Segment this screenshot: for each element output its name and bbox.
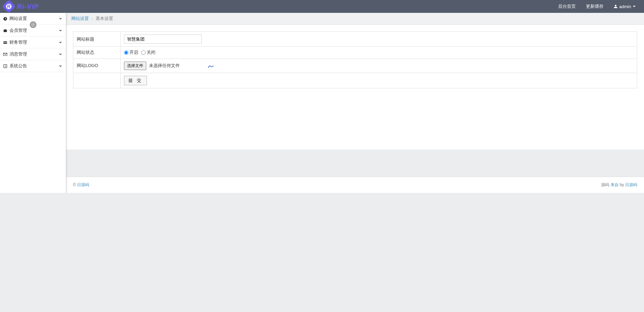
form-label-site-status: 网站状态	[73, 47, 121, 59]
breadcrumb: 网站设置 / 基本设置	[66, 13, 644, 25]
form-label-empty	[73, 73, 121, 88]
form-row-title: 网站标题	[73, 32, 637, 47]
nav-home-link[interactable]: 后台首页	[553, 0, 581, 13]
submit-button[interactable]: 提 交	[124, 76, 147, 85]
user-icon	[614, 4, 618, 8]
sidebar-item-message-mgmt[interactable]: 消息管理 ⌄	[0, 48, 66, 60]
dashboard-icon	[3, 16, 7, 21]
svg-rect-2	[3, 42, 7, 42]
sidebar-item-label: 网站设置	[9, 16, 27, 22]
envelope-icon	[3, 52, 7, 57]
settings-form-table: 网站标题 网站状态 开启 关闭	[73, 31, 637, 88]
logo[interactable]: R Ri-VIP	[3, 2, 39, 11]
form-label-site-title: 网站标题	[73, 32, 121, 47]
status-open-radio[interactable]	[124, 50, 128, 55]
main: 网站设置 / 基本设置 网站标题 网站状态 开启	[66, 13, 644, 193]
logo-text: Ri-VIP	[17, 3, 39, 10]
footer-text-source: 源码	[601, 182, 609, 187]
footer: © 日源码 源码 来自 by 日源码	[66, 177, 644, 193]
content: 网站标题 网站状态 开启 关闭	[66, 25, 644, 150]
breadcrumb-current: 基本设置	[96, 16, 113, 22]
chevron-down-icon: ⌄	[58, 62, 63, 68]
footer-text-by: by	[620, 182, 624, 187]
nav-user-label: admin	[619, 4, 631, 9]
sidebar-item-label: 财务管理	[9, 39, 27, 45]
form-row-submit: 提 交	[73, 73, 637, 88]
status-close-label: 关闭	[147, 49, 155, 55]
sidebar-item-label: 会员管理	[9, 27, 27, 34]
form-row-status: 网站状态 开启 关闭	[73, 47, 637, 59]
footer-right: 源码 来自 by 日源码	[601, 182, 637, 188]
card-icon	[3, 40, 7, 45]
sidebar: 网站设置 ⌄ 会员管理 ⌄ 财务管理 ⌄ 消息管理 ⌄	[0, 13, 66, 193]
top-nav: R Ri-VIP 后台首页 更新缓存 admin	[0, 0, 644, 13]
caret-down-icon	[633, 6, 636, 7]
copyright-symbol: ©	[73, 182, 76, 187]
chevron-down-icon: ⌄	[58, 15, 63, 20]
nav-refresh-cache-link[interactable]: 更新缓存	[581, 0, 609, 13]
form-row-logo: 网站LOGO 选择文件 未选择任何文件	[73, 59, 637, 73]
sidebar-item-label: 消息管理	[9, 51, 27, 57]
logo-preview-icon	[208, 64, 214, 67]
status-open-label: 开启	[129, 49, 138, 55]
nav-home-label: 后台首页	[558, 3, 576, 9]
sidebar-item-member-mgmt[interactable]: 会员管理 ⌄	[0, 25, 66, 37]
footer-link-from[interactable]: 来自	[611, 182, 619, 187]
briefcase-icon	[3, 28, 7, 33]
edit-icon	[3, 64, 7, 68]
chevron-down-icon: ⌄	[58, 50, 63, 56]
footer-copyright-link[interactable]: 日源码	[77, 182, 89, 187]
chevron-down-icon: ⌄	[58, 39, 63, 44]
site-title-input[interactable]	[124, 35, 202, 44]
sidebar-item-label: 系统公告	[9, 63, 27, 69]
sidebar-item-finance-mgmt[interactable]: 财务管理 ⌄	[0, 37, 66, 48]
status-close-radio[interactable]	[141, 50, 146, 55]
form-label-site-logo: 网站LOGO	[73, 59, 121, 73]
status-open-radio-wrap[interactable]: 开启	[124, 49, 138, 55]
logo-icon: R	[2, 0, 16, 13]
nav-user-dropdown[interactable]: admin	[609, 0, 641, 13]
footer-link-riyuanma[interactable]: 日源码	[625, 182, 637, 187]
chevron-down-icon: ⌄	[58, 27, 63, 32]
status-close-radio-wrap[interactable]: 关闭	[141, 49, 155, 55]
breadcrumb-separator: /	[92, 16, 93, 21]
footer-left: © 日源码	[73, 182, 89, 188]
nav-refresh-cache-label: 更新缓存	[586, 3, 603, 9]
breadcrumb-parent-link[interactable]: 网站设置	[71, 16, 89, 22]
sidebar-item-system-notice[interactable]: 系统公告 ⌄	[0, 60, 66, 72]
choose-file-button[interactable]: 选择文件	[124, 62, 146, 70]
file-status-text: 未选择任何文件	[149, 63, 180, 68]
